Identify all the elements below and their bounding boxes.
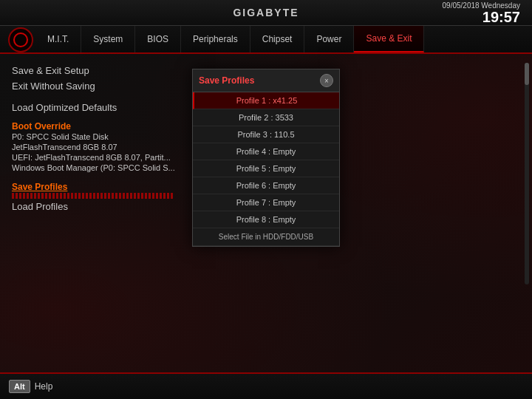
bottom-bar: Alt Help xyxy=(0,372,532,399)
dialog-title: Save Profiles xyxy=(199,75,254,86)
nav-item-peripherals[interactable]: Peripherals xyxy=(181,26,250,52)
brand-title: GIGABYTE xyxy=(233,7,299,18)
nav-item-system[interactable]: System xyxy=(81,26,135,52)
logo-circle xyxy=(8,27,33,52)
nav-item-bios[interactable]: BIOS xyxy=(135,26,181,52)
dialog-close-button[interactable]: × xyxy=(320,74,333,87)
load-profiles-item[interactable]: Load Profiles xyxy=(12,199,204,214)
top-bar: GIGABYTE 09/05/2018 Wednesday 19:57 xyxy=(0,0,532,26)
time-text: 19:57 xyxy=(482,9,520,25)
load-defaults-item[interactable]: Load Optimized Defaults xyxy=(12,100,204,115)
exit-no-save-item[interactable]: Exit Without Saving xyxy=(12,78,204,94)
profile-item-6[interactable]: Profile 6 : Empty xyxy=(193,177,339,194)
save-profiles-menu-item[interactable]: Save Profiles xyxy=(12,182,204,192)
boot-item-1[interactable]: JetFlashTranscend 8GB 8.07 xyxy=(12,142,204,152)
boot-item-2[interactable]: UEFI: JetFlashTranscend 8GB 8.07, Partit… xyxy=(12,152,204,163)
dialog-header: Save Profiles × xyxy=(193,69,339,92)
boot-item-0[interactable]: P0: SPCC Solid State Disk xyxy=(12,132,204,142)
boot-item-3[interactable]: Windows Boot Manager (P0: SPCC Solid S..… xyxy=(12,163,204,173)
nav-item-power[interactable]: Power xyxy=(304,26,354,52)
profile-item-3[interactable]: Profile 3 : 110.5 xyxy=(193,126,339,143)
scrollbar-thumb[interactable] xyxy=(525,63,529,85)
profile-item-5[interactable]: Profile 5 : Empty xyxy=(193,160,339,177)
nav-item-m-i-t-[interactable]: M.I.T. xyxy=(35,26,81,52)
nav-item-save---exit[interactable]: Save & Exit xyxy=(354,26,424,52)
profile-item-2[interactable]: Profile 2 : 3533 xyxy=(193,109,339,126)
left-panel: Save & Exit Setup Exit Without Saving Lo… xyxy=(12,63,204,214)
profile-item-8[interactable]: Profile 8 : Empty xyxy=(193,211,339,228)
profile-item-4[interactable]: Profile 4 : Empty xyxy=(193,143,339,160)
save-profiles-dialog: Save Profiles × Profile 1 : x41.25Profil… xyxy=(192,69,340,247)
file-select-item[interactable]: Select File in HDD/FDD/USB xyxy=(193,228,339,246)
close-icon: × xyxy=(324,77,329,85)
save-exit-item[interactable]: Save & Exit Setup xyxy=(12,63,204,78)
nav-logo xyxy=(6,26,35,54)
dialog-profiles-list: Profile 1 : x41.25Profile 2 : 3533Profil… xyxy=(193,92,339,228)
main-area: Save & Exit Setup Exit Without Saving Lo… xyxy=(0,54,532,372)
alt-key-badge: Alt xyxy=(9,380,30,393)
datetime-display: 09/05/2018 Wednesday 19:57 xyxy=(443,1,520,25)
profile-item-1[interactable]: Profile 1 : x41.25 xyxy=(193,92,339,109)
logo-inner xyxy=(13,33,28,47)
profile-item-7[interactable]: Profile 7 : Empty xyxy=(193,194,339,211)
boot-override-label: Boot Override xyxy=(12,121,204,132)
nav-bar: M.I.T.SystemBIOSPeripheralsChipsetPowerS… xyxy=(0,26,532,54)
boot-items: P0: SPCC Solid State DiskJetFlashTransce… xyxy=(12,132,204,173)
nav-item-chipset[interactable]: Chipset xyxy=(250,26,305,52)
help-text: Help xyxy=(35,381,53,392)
decorative-lines xyxy=(12,193,174,199)
scrollbar[interactable] xyxy=(525,63,529,284)
